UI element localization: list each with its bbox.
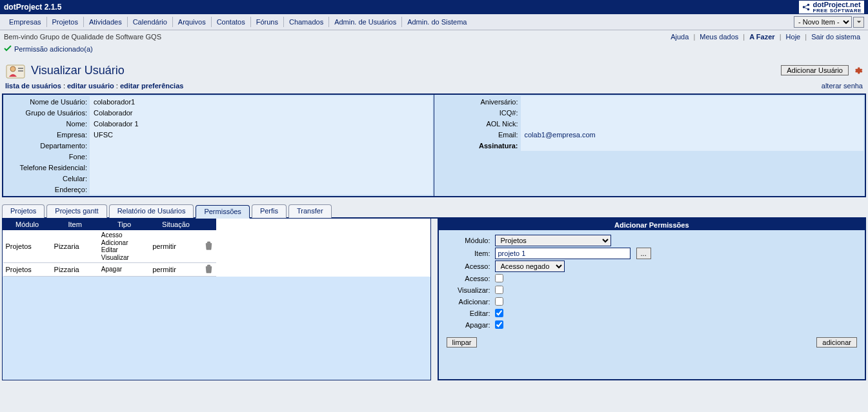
change-password-link[interactable]: alterar senha [822, 82, 863, 90]
label-email: Email: [436, 129, 521, 140]
nav-item-atividades[interactable]: Atividades [84, 17, 128, 27]
value-signature [521, 140, 864, 151]
label-cb-access: Acesso: [445, 273, 494, 284]
label-module-select: Módulo: [445, 234, 494, 247]
label-company: Empresa: [5, 129, 90, 140]
nav-item-f-runs[interactable]: Fóruns [251, 17, 284, 27]
logo-text-2: FREE SOFTWARE [813, 8, 862, 14]
tab-projetos[interactable]: Projetos [2, 204, 45, 218]
clear-button[interactable]: limpar [447, 337, 478, 348]
svg-rect-5 [18, 68, 23, 69]
logo-text-1: dotProject.net [813, 1, 862, 8]
value-usergroup: Colaborador [90, 107, 432, 118]
mydata-link[interactable]: Meus dados [697, 33, 741, 41]
item-picker-button[interactable]: ... [636, 248, 651, 259]
label-access-select: Acesso: [445, 260, 494, 273]
label-cell: Celular: [5, 173, 90, 184]
trash-icon[interactable] [205, 267, 213, 275]
svg-point-4 [10, 66, 15, 72]
label-aol: AOL Nick: [436, 118, 521, 129]
edit-prefs-link[interactable]: editar preferências [120, 82, 183, 90]
checkbox-delete[interactable] [495, 320, 503, 329]
checkbox-access[interactable] [495, 274, 503, 282]
nav-item-calend-rio[interactable]: Calendário [128, 17, 173, 27]
value-username: colaborador1 [90, 96, 432, 107]
value-cell [90, 173, 432, 184]
label-name: Nome: [5, 118, 90, 129]
label-phone: Fone: [5, 151, 90, 162]
edit-user-link[interactable]: editar usuário [67, 82, 114, 90]
todo-link[interactable]: A Fazer [747, 33, 777, 41]
dotproject-logo[interactable]: dotProject.net FREE SOFTWARE [799, 1, 864, 14]
label-icq: ICQ#: [436, 107, 521, 118]
add-permissions-header: Adicionar Permissões [439, 220, 865, 230]
svg-rect-6 [18, 70, 23, 72]
nav-item-projetos[interactable]: Projetos [47, 17, 84, 27]
value-dept [90, 140, 432, 151]
col-module: Módulo [3, 219, 52, 230]
col-trash [202, 219, 216, 230]
checkbox-edit[interactable] [495, 309, 503, 317]
nav-item-admin-de-usu-rios[interactable]: Admin. de Usuários [329, 17, 402, 27]
help-link[interactable]: Ajuda [668, 33, 691, 41]
value-aol [521, 118, 864, 129]
user-avatar-icon [5, 61, 26, 79]
nav-item-empresas[interactable]: Empresas [4, 17, 47, 27]
label-birthday: Aniversário: [436, 96, 521, 107]
label-dept: Departamento: [5, 140, 90, 151]
col-type: Tipo [99, 219, 150, 230]
table-row: ProjetosPizzariaAcessoAdicionarEditarVis… [3, 230, 216, 263]
item-input[interactable] [495, 248, 631, 259]
value-email[interactable]: colab1@empresa.com [525, 131, 596, 139]
label-address: Endereço: [5, 184, 90, 195]
today-link[interactable]: Hoje [783, 33, 803, 41]
nav-item-admin-do-sistema[interactable]: Admin. do Sistema [402, 17, 472, 27]
label-homephone: Telefone Residencial: [5, 162, 90, 173]
label-cb-add: Adicionar: [445, 296, 494, 308]
value-phone [90, 151, 432, 162]
value-company: UFSC [90, 129, 432, 140]
tab-perfis[interactable]: Perfis [252, 204, 287, 218]
app-title: dotProject 2.1.5 [4, 3, 61, 12]
table-row: ProjetosPizzariaApagarpermitir [3, 263, 216, 277]
new-item-go-button[interactable] [853, 17, 864, 28]
list-users-link[interactable]: lista de usuários [5, 82, 61, 90]
value-birthday [521, 96, 864, 107]
nav-item-arquivos[interactable]: Arquivos [173, 17, 212, 27]
main-nav: EmpresasProjetosAtividadesCalendárioArqu… [4, 17, 472, 27]
status-text: Permissão adicionado(a) [14, 45, 93, 53]
page-title: Visualizar Usuário [31, 64, 125, 77]
add-user-button[interactable]: Adicionar Usuário [781, 65, 849, 75]
label-item-input: Item: [445, 247, 494, 260]
tab-transfer[interactable]: Transfer [288, 204, 332, 218]
col-status: Situação [150, 219, 202, 230]
label-cb-edit: Editar: [445, 308, 494, 319]
nav-item-chamados[interactable]: Chamados [284, 17, 329, 27]
value-name: Colaborador 1 [90, 118, 432, 129]
col-item: Item [52, 219, 99, 230]
tab-relat-rio-de-usu-rios[interactable]: Relatório de Usuários [109, 204, 194, 218]
label-cb-delete: Apagar: [445, 319, 494, 331]
value-icq [521, 107, 864, 118]
value-homephone [90, 162, 432, 173]
nav-item-contatos[interactable]: Contatos [212, 17, 251, 27]
gear-icon[interactable] [853, 65, 863, 75]
welcome-text: Bem-vindo Grupo de Qualidade de Software… [4, 33, 161, 41]
value-address [90, 184, 432, 195]
label-signature: Assinatura: [436, 140, 521, 151]
tab-projects-gantt[interactable]: Projects gantt [46, 204, 106, 218]
tab-permiss-es[interactable]: Permissões [196, 205, 249, 219]
logout-link[interactable]: Sair do sistema [809, 33, 863, 41]
label-cb-view: Visualizar: [445, 284, 494, 296]
label-username: Nome de Usuário: [5, 96, 90, 107]
checkbox-view[interactable] [495, 286, 503, 294]
checkbox-add[interactable] [495, 297, 503, 306]
add-button[interactable]: adicionar [816, 337, 857, 348]
check-icon [4, 44, 12, 54]
module-select[interactable]: Projetos [495, 235, 611, 246]
label-usergroup: Grupo de Usuários: [5, 107, 90, 118]
trash-icon[interactable] [205, 244, 213, 251]
new-item-select[interactable]: - Novo Item - [794, 16, 852, 28]
access-select[interactable]: Acesso negado [495, 260, 565, 272]
